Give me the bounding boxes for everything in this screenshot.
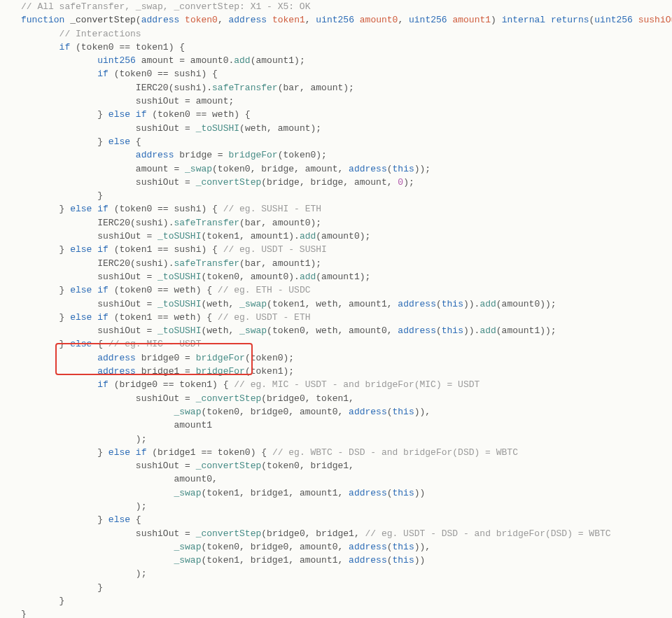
code-token: this: [393, 555, 414, 566]
code-token: }: [59, 285, 71, 295]
code-token: (: [387, 555, 393, 566]
code-token: (: [387, 164, 393, 174]
code-token: {: [130, 136, 141, 147]
code-token: }: [97, 447, 108, 458]
code-token: address: [141, 15, 180, 25]
code-token: bridgeFor: [196, 366, 245, 377]
code-token: sushiOut: [638, 15, 672, 25]
code-token: ,: [305, 15, 316, 25]
code-token: (token1, amount1).: [201, 231, 299, 241]
code-token: _convertStep: [196, 393, 262, 404]
code-token: (token0 == sushi) {: [108, 204, 223, 214]
code-token: (token1);: [245, 366, 294, 377]
code-token: (token0, weth, amount0,: [267, 325, 398, 336]
code-token: (token1 == weth) {: [108, 312, 218, 323]
code-token: );: [136, 568, 147, 579]
code-token: (token0, bridge0, amount0,: [201, 542, 349, 552]
code-token: bridge1 =: [136, 366, 196, 377]
code-token: (bar, amount1);: [239, 258, 321, 269]
code-token: // eg. ETH - USDC: [218, 285, 311, 295]
code-token: address: [349, 555, 387, 566]
code-token: }: [97, 514, 108, 525]
code-token: (bridge0, token1,: [261, 393, 354, 404]
code-token: }: [59, 312, 71, 323]
code-token: _swap: [174, 407, 201, 417]
code-token: (token0 == sushi) {: [108, 69, 218, 79]
code-token: (: [136, 15, 141, 25]
code-token: uint256: [594, 15, 633, 25]
code-token: )).: [463, 325, 479, 336]
code-token: [545, 15, 551, 25]
code-token: (token0);: [245, 353, 294, 363]
code-token: sushiOut =: [97, 325, 158, 336]
code-token: IERC20(sushi).: [97, 258, 174, 269]
code-token: (token1, bridge1, amount1,: [201, 555, 349, 566]
code-token: sushiOut =: [136, 528, 196, 539]
code-token: else if: [70, 285, 108, 295]
code-token: (amount1));: [496, 325, 556, 336]
code-token: (weth, amount);: [239, 123, 321, 134]
code-token: [633, 15, 638, 25]
code-token: amount0,: [174, 474, 217, 484]
code-token: ,: [398, 15, 409, 25]
code-token: }: [97, 582, 103, 593]
code-token: _swap: [239, 299, 267, 309]
code-token: safeTransfer: [174, 258, 239, 269]
code-token: )).: [463, 299, 479, 309]
code-token: (token1 == sushi) {: [108, 244, 223, 255]
code-token: (weth,: [201, 299, 239, 309]
code-token: else if: [108, 109, 147, 120]
code-token: )): [414, 488, 426, 498]
code-token: address: [349, 164, 387, 174]
code-token: // eg. MIC - USDT - and bridgeFor(MIC) =…: [234, 379, 479, 390]
code-token: (: [387, 542, 393, 552]
code-token: else if: [70, 244, 108, 255]
code-token: amount0: [360, 15, 398, 25]
code-token: sushiOut =: [97, 272, 158, 282]
code-token: if: [97, 379, 108, 390]
code-token: sushiOut =: [136, 123, 196, 134]
code-token: address: [97, 366, 136, 377]
code-token: (amount1);: [251, 55, 305, 66]
code-token: }: [97, 109, 108, 120]
code-token: // All safeTransfer, _swap, _convertStep…: [21, 1, 310, 12]
code-token: }: [59, 244, 71, 255]
code-token: (: [387, 407, 393, 417]
code-token: );: [403, 177, 414, 188]
code-token: (weth,: [201, 325, 239, 336]
code-token: (token0, amount0).: [201, 272, 299, 282]
code-token: // Interactions: [59, 29, 141, 39]
code-token: address: [349, 542, 387, 552]
code-token: (token0, bridge, amount,: [212, 164, 349, 174]
code-token: (: [436, 299, 442, 309]
code-token: address: [398, 325, 436, 336]
code-token: )),: [414, 407, 430, 417]
code-token: (token1, weth, amount1,: [267, 299, 398, 309]
code-token: (amount1);: [316, 272, 370, 282]
code-token: else if: [70, 204, 108, 214]
code-token: // eg. USDT - DSD - and bridgeFor(DSD) =…: [365, 528, 611, 539]
code-token: amount =: [136, 164, 185, 174]
code-token: );: [136, 501, 147, 512]
code-token: this: [393, 407, 414, 417]
code-token: this: [393, 164, 414, 174]
code-token: // eg. SUSHI - ETH: [223, 204, 321, 214]
code-token: {: [130, 514, 141, 525]
code-token: }: [21, 609, 27, 618]
code-token: // eg. USDT - ETH: [218, 312, 311, 323]
code-token: (amount0));: [496, 299, 556, 309]
code-token: if: [97, 69, 108, 79]
code-token: ): [491, 15, 502, 25]
code-token: _swap: [174, 542, 201, 552]
code-token: sushiOut = amount;: [136, 96, 234, 106]
code-token: (bar, amount);: [278, 83, 354, 93]
code-token: _convertStep: [196, 461, 262, 471]
code-token: _swap: [239, 325, 267, 336]
code-token: [354, 15, 360, 25]
code-token: uint256: [409, 15, 447, 25]
code-token: amount = amount0.: [136, 55, 234, 66]
code-token: _toSUSHI: [158, 231, 201, 241]
code-token: IERC20(sushi).: [136, 83, 212, 93]
code-token: function: [21, 15, 64, 25]
code-token: 0: [398, 177, 403, 188]
